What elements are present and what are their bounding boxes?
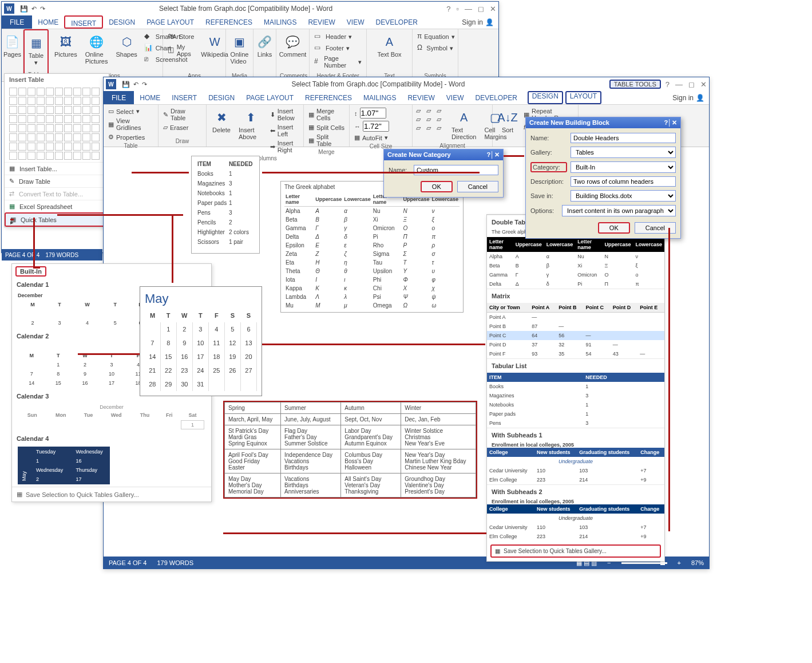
table-size-grid[interactable]: [5, 85, 109, 162]
split-table-button[interactable]: ▦ Split Table: [307, 133, 346, 148]
word-count[interactable]: 179 WORDS: [157, 559, 193, 566]
zoom-in-button[interactable]: +: [678, 559, 681, 566]
with-subheads-1-label[interactable]: With Subheads 1: [487, 428, 664, 442]
options-select[interactable]: Insert content in its own paragraph: [562, 205, 676, 216]
tab-home[interactable]: HOME: [134, 91, 166, 104]
dialog-close-icon[interactable]: ?│✕: [664, 119, 677, 127]
page-indicator[interactable]: PAGE 4 OF 4: [109, 559, 146, 566]
maximize-icon[interactable]: ◻: [478, 5, 484, 13]
delete-button[interactable]: ✖Delete: [210, 107, 233, 135]
tab-file[interactable]: FILE: [104, 91, 134, 104]
pages-button[interactable]: 📄Pages: [5, 31, 19, 59]
split-cells-button[interactable]: ▦ Split Cells: [307, 123, 346, 132]
save-icon[interactable]: 💾: [122, 81, 130, 88]
eraser-button[interactable]: ▱ Eraser: [162, 123, 203, 132]
online-video-button[interactable]: ▣Online Video: [229, 31, 249, 66]
insert-below-button[interactable]: ⬇ Insert Below: [269, 107, 300, 122]
word-count[interactable]: 179 WORDS: [45, 252, 78, 258]
signin-1[interactable]: Sign in 👤: [457, 15, 498, 29]
tabular-list-label[interactable]: Tabular List: [487, 358, 664, 373]
draw-table-button[interactable]: ✎ Draw Table: [162, 107, 203, 122]
insert-above-button[interactable]: ⬆Insert Above: [236, 107, 266, 141]
minimize-icon[interactable]: —: [675, 80, 683, 89]
description-input[interactable]: [571, 176, 676, 187]
tab-mailings[interactable]: MAILINGS: [358, 91, 402, 104]
tab-insert[interactable]: INSERT: [166, 91, 203, 104]
comment-button[interactable]: 💬Comment: [280, 31, 306, 59]
cancel-button[interactable]: Cancel: [457, 181, 498, 192]
zoom-level[interactable]: 87%: [691, 559, 704, 566]
maximize-icon[interactable]: ◻: [688, 80, 695, 89]
ok-button[interactable]: OK: [598, 222, 630, 234]
symbol-button[interactable]: ΩSymbol ▾: [416, 43, 454, 53]
table-button[interactable]: ▦Table▾: [28, 33, 44, 68]
with-subheads-2-label[interactable]: With Subheads 2: [487, 484, 664, 499]
tab-pagelayout[interactable]: PAGE LAYOUT: [240, 91, 299, 104]
gallery-select[interactable]: Tables: [571, 147, 676, 158]
sort-button[interactable]: A↓ZSort: [496, 107, 519, 135]
bb-name-input[interactable]: [571, 133, 676, 143]
header-button[interactable]: ▭Header ▾: [313, 31, 363, 42]
shapes-button[interactable]: ⬡Shapes: [113, 31, 139, 59]
tab-developer[interactable]: DEVELOPER: [370, 15, 423, 29]
matrix-label[interactable]: Matrix: [487, 289, 664, 303]
row-height-input[interactable]: ↕: [353, 107, 409, 119]
calendar4-preview[interactable]: MayTuesdayWednesday116WednesdayThursday2…: [12, 444, 211, 487]
text-direction-button[interactable]: AText Direction: [449, 107, 478, 141]
select-button[interactable]: ▭ Select ▾: [107, 107, 155, 116]
tab-table-design[interactable]: DESIGN: [528, 91, 563, 104]
category-select[interactable]: Built-In: [571, 161, 676, 173]
calendar3-preview[interactable]: December SunMonTueWedThuFriSat1: [12, 402, 211, 433]
view-gridlines-button[interactable]: ▦ View Gridlines: [107, 117, 155, 132]
tab-references[interactable]: REFERENCES: [299, 91, 358, 104]
undo-icon[interactable]: ↶: [133, 81, 138, 88]
ribbon-options-icon[interactable]: ▫: [456, 5, 459, 13]
help-icon[interactable]: ?: [446, 5, 450, 13]
savein-select[interactable]: Building Blocks.dotx: [571, 190, 676, 202]
insert-right-button[interactable]: ➡ Insert Right: [269, 139, 300, 154]
save-to-gallery-item[interactable]: ▦Save Selection to Quick Tables Gallery.…: [12, 487, 211, 502]
tab-pagelayout[interactable]: PAGE LAYOUT: [141, 15, 200, 29]
insert-table-item[interactable]: ▦Insert Table...: [5, 162, 109, 175]
signin-2[interactable]: Sign in 👤: [668, 91, 709, 104]
tab-design[interactable]: DESIGN: [203, 91, 240, 104]
tab-insert[interactable]: INSERT: [64, 15, 103, 29]
save-icon[interactable]: 💾: [20, 5, 28, 13]
online-pictures-button[interactable]: 🌐Online Pictures: [83, 31, 110, 66]
merge-cells-button[interactable]: ▦ Merge Cells: [307, 107, 346, 122]
insert-left-button[interactable]: ⬅ Insert Left: [269, 123, 300, 138]
tab-design[interactable]: DESIGN: [103, 15, 141, 29]
excel-spreadsheet-item[interactable]: ▦Excel Spreadsheet: [5, 200, 109, 212]
undo-icon[interactable]: ↶: [31, 5, 37, 13]
properties-button[interactable]: ⚙ Properties: [107, 133, 155, 141]
tab-home[interactable]: HOME: [32, 15, 64, 29]
alignment-grid[interactable]: ▱▱▱▱▱▱▱▱▱: [416, 107, 446, 132]
tab-references[interactable]: REFERENCES: [200, 15, 258, 29]
equation-button[interactable]: πEquation ▾: [416, 31, 454, 42]
tab-view[interactable]: VIEW: [341, 15, 370, 29]
calendar4-label[interactable]: Calendar 4: [12, 433, 211, 444]
store-button[interactable]: 🛍Store: [167, 31, 195, 42]
help-icon[interactable]: ?: [666, 80, 670, 89]
text-box-button[interactable]: AText Box: [370, 31, 409, 59]
tab-mailings[interactable]: MAILINGS: [258, 15, 302, 29]
tab-review[interactable]: REVIEW: [302, 15, 340, 29]
links-button[interactable]: 🔗Links: [257, 31, 272, 59]
footer-button[interactable]: ▭Footer ▾: [313, 43, 363, 53]
save-to-gallery-item-2[interactable]: ▦Save Selection to Quick Tables Gallery.…: [490, 544, 661, 558]
tab-file[interactable]: FILE: [2, 15, 32, 29]
autofit-button[interactable]: ▦ AutoFit ▾: [353, 133, 409, 142]
tab-review[interactable]: REVIEW: [402, 91, 440, 104]
close-icon[interactable]: ✕: [490, 5, 496, 13]
dialog-close-icon[interactable]: ?│✕: [486, 151, 500, 159]
myapps-button[interactable]: ◫My Apps: [167, 43, 195, 58]
redo-icon[interactable]: ↷: [142, 81, 147, 88]
tab-developer[interactable]: DEVELOPER: [469, 91, 522, 104]
close-icon[interactable]: ✕: [700, 80, 707, 89]
redo-icon[interactable]: ↷: [40, 5, 45, 13]
ok-button[interactable]: OK: [421, 181, 453, 192]
tab-table-layout[interactable]: LAYOUT: [565, 91, 601, 104]
category-name-input[interactable]: [414, 165, 498, 175]
page-number-button[interactable]: #Page Number ▾: [313, 54, 363, 69]
tab-view[interactable]: VIEW: [441, 91, 470, 104]
